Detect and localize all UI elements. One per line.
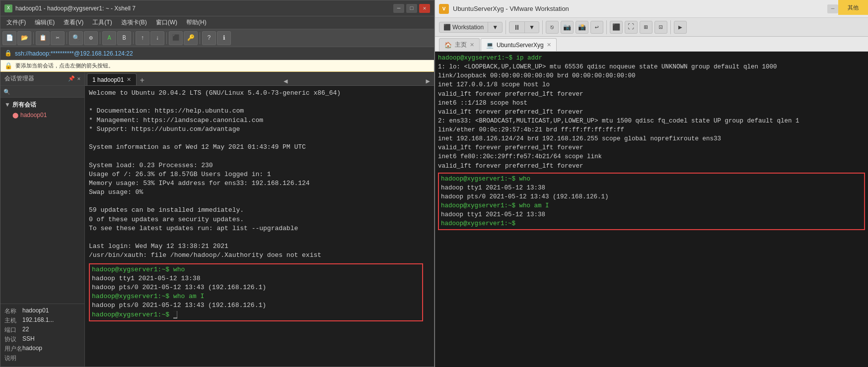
vmware-toolbar: ⬛ Workstation ▼ ⏸ ▼ ⎋ 📷 📸 ↩ ⬛ ⛶ ⊞ ⊡ ▶ (435, 18, 868, 37)
close-button[interactable]: ✕ (419, 4, 430, 13)
info-row-user: 用户名 hadoop (4, 345, 80, 353)
send-ctrl-alt-del-button[interactable]: ⎋ (546, 21, 559, 34)
vm-tab-label: UbuntuServerXyg (497, 42, 544, 49)
menu-tabs[interactable]: 选项卡(B) (117, 17, 151, 28)
vmware-app-icon: V (439, 4, 449, 14)
upload-button[interactable]: ↑ (136, 31, 149, 45)
sidebar-item-hadoop01[interactable]: ⬤ hadoop01 (2, 110, 82, 120)
vm-lo-line4: valid_lft forever preferred_lft forever (438, 90, 865, 99)
vmware-tabs-bar: 🏠 主页 ✕ 💻 UbuntuServerXyg ✕ (435, 37, 868, 52)
vmware-terminal[interactable]: hadoop@xygserver1:~$ ip addr 1: lo: <LOO… (435, 52, 868, 367)
term-last-login: Last login: Wed May 12 13:38:21 2021 (89, 242, 430, 251)
minimize-button[interactable]: ─ (393, 4, 404, 13)
vm-whoami-line1: hadoop tty1 2021-05-12 13:38 (441, 210, 862, 219)
sidebar-pin-icon[interactable]: 📌 (68, 75, 75, 82)
term-support: * Support: https://ubuntu.com/advantage (89, 125, 430, 134)
info-button[interactable]: ℹ (217, 31, 231, 45)
revert-button[interactable]: ↩ (590, 21, 603, 34)
cut-button[interactable]: ✂ (51, 31, 65, 45)
view-fullscreen-button[interactable]: ⛶ (625, 21, 638, 34)
maximize-button[interactable]: □ (406, 4, 417, 13)
new-session-button[interactable]: 📄 (2, 31, 16, 45)
toolbar-sep-4 (670, 20, 671, 34)
info-row-port: 端口 22 (4, 326, 80, 334)
info-row-name: 名称 hadoop01 (4, 307, 80, 315)
key-button[interactable]: 🔑 (184, 31, 198, 45)
desc-label: 说明 (4, 354, 22, 363)
vm-lo-line3: inet 127.0.0.1/8 scope host lo (438, 80, 865, 89)
workstation-dropdown-arrow[interactable]: ▼ (488, 22, 502, 32)
tab-home[interactable]: 🏠 主页 ✕ (439, 38, 480, 51)
menu-help[interactable]: 帮助(H) (182, 17, 211, 28)
user-label: 用户名 (4, 345, 22, 353)
vm-ens-line3: inet 192.168.126.124/24 brd 192.168.126.… (438, 134, 865, 143)
home-tab-close[interactable]: ✕ (470, 42, 474, 48)
toolbar-sep-2 (542, 20, 543, 34)
vm-lo-line6: valid_lft forever preferred_lft forever (438, 108, 865, 117)
pause-button[interactable]: ⏸ (509, 22, 525, 33)
menu-file[interactable]: 文件(F) (2, 17, 30, 28)
vmware-titlebar: V UbuntuServerXyg - VMware Workstation ─… (435, 0, 868, 18)
host-value: 192.168.1... (22, 316, 54, 325)
vm-lo-line2: link/loopback 00:00:00:00:00:00 brd 00:0… (438, 71, 865, 80)
vm-ens-line2: link/ether 00:0c:29:57:4b:21 brd ff:ff:f… (438, 125, 865, 134)
tab-hadoop01[interactable]: 1 hadoop01 ✕ (87, 73, 137, 85)
tab-nav-left[interactable]: ◀ (282, 77, 289, 85)
tab-vm[interactable]: 💻 UbuntuServerXyg ✕ (481, 38, 557, 51)
vm-tab-close[interactable]: ✕ (547, 42, 551, 48)
sidebar-search-input[interactable] (0, 86, 84, 98)
sidebar-tree: ▼所有会话 ⬤ hadoop01 (0, 98, 84, 122)
open-button[interactable]: 📂 (17, 31, 31, 45)
menu-window[interactable]: 窗口(W) (152, 17, 181, 28)
zoom-button[interactable]: 🔍 (69, 31, 83, 45)
host-label: 主机 (4, 316, 22, 325)
vm-ens-line1: 2: ens33: <BROADCAST,MULTICAST,UP,LOWER_… (438, 117, 865, 125)
vm-who-line1: hadoop tty1 2021-05-12 13:38 (441, 184, 862, 192)
tab-nav-right[interactable]: ▶ (424, 77, 432, 85)
term-memory: Memory usage: 53% IPv4 address for ens33… (89, 179, 430, 188)
other-app-stub: 其他 (838, 0, 868, 15)
home-tab-icon: 🏠 (444, 42, 452, 49)
proto-label: 协议 (4, 335, 22, 344)
view-normal-button[interactable]: ⬛ (610, 21, 623, 34)
terminal-button[interactable]: ⬛ (169, 31, 183, 45)
refresh-button[interactable]: ⚙ (84, 31, 98, 45)
term-usage: Usage of /: 26.3% of 18.57GB Users logge… (89, 170, 430, 179)
xshell-window: X hadoop01 - hadoop@xygserver1: ~ - Xshe… (0, 0, 434, 367)
view-fit-button[interactable]: ⊡ (654, 21, 667, 34)
menu-tools[interactable]: 工具(T) (88, 17, 116, 28)
workstation-label[interactable]: ⬛ Workstation (439, 22, 488, 32)
pause-dropdown[interactable]: ▼ (525, 22, 539, 32)
server-icon: ⬤ (12, 112, 18, 119)
copy-button[interactable]: 📋 (36, 31, 50, 45)
menu-edit[interactable]: 编辑(E) (31, 17, 59, 28)
view-unity-button[interactable]: ⊞ (640, 21, 652, 34)
vmware-minimize-button[interactable]: ─ (827, 4, 838, 13)
vm-cmd-who: hadoop@xygserver1:~$ who (441, 175, 862, 184)
workstation-dropdown[interactable]: ⬛ Workstation ▼ (439, 22, 503, 33)
xshell-app-icon: X (4, 4, 12, 12)
tree-all-sessions[interactable]: ▼所有会话 (2, 100, 82, 110)
download-button[interactable]: ↓ (150, 31, 164, 45)
pause-controls[interactable]: ⏸ ▼ (509, 21, 539, 33)
vm-highlight-section: hadoop@xygserver1:~$ who hadoop tty1 202… (438, 173, 865, 231)
lock-icon: 🔒 (4, 50, 12, 57)
notification-text: 要添加当前会话，点击左侧的箭头按钮。 (15, 62, 114, 69)
vmware-window-title: UbuntuServerXyg - VMware Workstation (453, 5, 823, 12)
console-button[interactable]: ▶ (674, 21, 687, 34)
help-button[interactable]: ? (202, 31, 216, 45)
xshell-titlebar: X hadoop01 - hadoop@xygserver1: ~ - Xshe… (0, 0, 434, 16)
snapshot2-button[interactable]: 📸 (576, 21, 588, 34)
xshell-win-controls: ─ □ ✕ (393, 4, 430, 13)
xshell-terminal[interactable]: Welcome to Ubuntu 20.04.2 LTS (GNU/Linux… (85, 86, 434, 367)
tab-hadoop01-close[interactable]: ✕ (127, 76, 131, 83)
xshell-window-title: hadoop01 - hadoop@xygserver1: ~ - Xshell… (15, 5, 390, 12)
xshell-toolbar: 📄 📂 📋 ✂ 🔍 ⚙ A B ↑ ↓ ⬛ 🔑 ? ℹ (0, 29, 434, 47)
bold-button[interactable]: B (117, 31, 131, 45)
color-button[interactable]: A (102, 31, 116, 45)
snapshot-button[interactable]: 📷 (561, 21, 574, 34)
term-highlight-section: hadoop@xygserver1:~$ who hadoop tty1 202… (89, 263, 423, 321)
add-tab-button[interactable]: + (137, 76, 147, 85)
sidebar-close-icon[interactable]: ✕ (77, 75, 80, 82)
menu-view[interactable]: 查看(V) (60, 17, 87, 28)
